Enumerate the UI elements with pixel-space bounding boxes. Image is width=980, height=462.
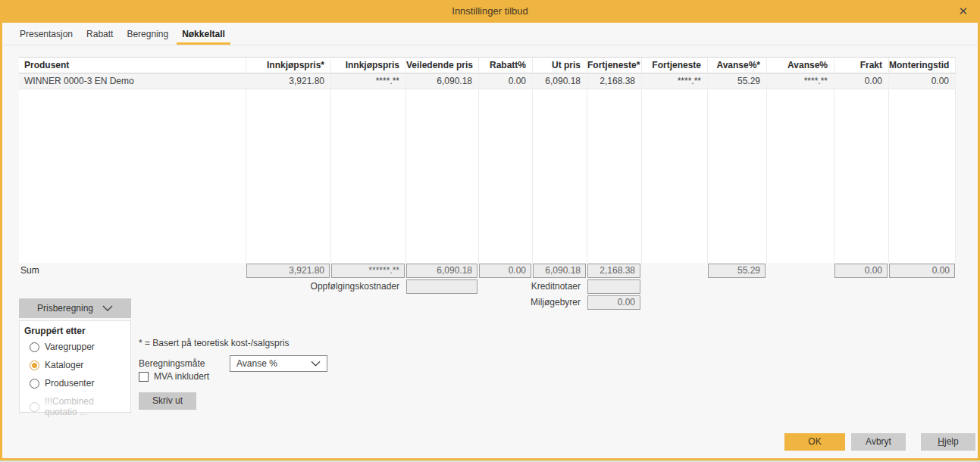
radio-disabled-icon (30, 402, 39, 412)
cell-avanse-star: 55.29 (707, 73, 766, 89)
cell-rabatt: 0.00 (478, 73, 532, 89)
beregningsmate-select[interactable]: Avanse % (230, 355, 327, 372)
gruppert-etter-panel: Gruppért etter Varegrupper Kataloger Pro… (19, 320, 131, 413)
sum-row: Sum 3,921.80 ******.** 6,090.18 0.00 6,0… (19, 263, 956, 279)
radio-label: Produsenter (45, 378, 94, 389)
table-row[interactable]: WINNER 0000-3 EN Demo 3,921.80 ****.** 6… (19, 73, 956, 89)
oppfolgingskostnader-field (406, 279, 477, 294)
radio-varegrupper[interactable]: Varegrupper (30, 342, 126, 352)
radio-selected-icon (30, 361, 39, 370)
mva-label: MVA inkludert (154, 371, 209, 382)
column-header-ut-pris: Ut pris (532, 57, 587, 73)
cell-innkjopspris-star: 3,921.80 (246, 73, 330, 89)
column-header-veiledende-pris: Veiledende pris (405, 57, 478, 73)
cell-fortjeneste-star: 2,168.38 (587, 73, 641, 89)
sum-ut-pris-field: 6,090.18 (533, 264, 586, 278)
checkbox-unchecked-icon (139, 372, 149, 382)
tab-beregning[interactable]: Beregning (121, 24, 174, 45)
mva-inkludert-checkbox[interactable]: MVA inkludert (139, 371, 209, 382)
column-header-produsent: Produsent (19, 57, 246, 73)
help-button-label: Hjelp (921, 433, 975, 451)
tab-presentasjon[interactable]: Presentasjon (14, 24, 78, 45)
cell-monteringstid: 0.00 (888, 73, 956, 89)
column-header-avanse-star: Avanse%* (707, 57, 766, 73)
radio-produsenter[interactable]: Produsenter (30, 378, 126, 389)
sum-innkjopspris-field: ******.** (331, 264, 405, 278)
cell-veiledende-pris: 6,090.18 (405, 73, 478, 89)
radio-label: Varegrupper (45, 342, 95, 352)
sum-fortjeneste-star-field: 2,168.38 (587, 264, 640, 278)
close-icon[interactable]: ✕ (958, 5, 968, 18)
theoretical-price-note: * = Basert på teoretisk kost-/salgspris (139, 338, 289, 348)
cell-produsent: WINNER 0000-3 EN Demo (19, 73, 246, 89)
screen: Innstillinger tilbud ✕ Presentasjon Raba… (0, 0, 980, 462)
dialog-innstillinger-tilbud: Innstillinger tilbud ✕ Presentasjon Raba… (0, 0, 980, 460)
miljogebyrer-field: 0.00 (587, 295, 640, 310)
cell-avanse: ****.** (766, 73, 834, 89)
column-header-monteringstid: Monteringstid (888, 57, 956, 73)
beregningsmate-value: Avanse % (236, 358, 277, 369)
oppfolgingskostnader-label: Oppfølgingskostnader (246, 279, 405, 295)
tab-nokkeltall[interactable]: Nøkkeltall (177, 24, 230, 45)
tab-bar: Presentasjon Rabatt Beregning Nøkkeltall (2, 23, 978, 45)
sum-innkjopspris-star-field: 3,921.80 (246, 264, 330, 278)
cell-fortjeneste: ****.** (641, 73, 707, 89)
tab-rabatt[interactable]: Rabatt (81, 24, 118, 45)
cancel-button[interactable]: Avbryt (851, 433, 906, 451)
sum-veiledende-pris-field: 6,090.18 (406, 264, 477, 278)
kreditnotaer-label: Kreditnotaer (478, 279, 587, 295)
chevron-down-icon (102, 303, 113, 314)
radio-combined-quotation: !!!Combined quotatio ... (30, 396, 126, 417)
column-header-fortjeneste-star: Fortjeneste* (587, 57, 641, 73)
radio-kataloger[interactable]: Kataloger (30, 360, 126, 370)
table-empty-area (19, 89, 956, 263)
skriv-ut-button[interactable]: Skriv ut (139, 392, 196, 410)
sum-monteringstid-field: 0.00 (889, 264, 955, 278)
radio-label: Kataloger (45, 360, 83, 370)
cell-frakt: 0.00 (834, 73, 888, 89)
sum-label: Sum (19, 263, 246, 279)
prisberegning-label: Prisberegning (37, 303, 93, 314)
radio-icon (30, 379, 39, 389)
dialog-title: Innstillinger tilbud (2, 5, 978, 17)
radio-icon (30, 342, 39, 352)
column-header-innkjopspris-star: Innkjøpspris* (246, 57, 330, 73)
sum-rabatt-field: 0.00 (479, 264, 531, 278)
ok-button[interactable]: OK (784, 433, 845, 451)
miljogebyrer-label: Miljøgebyrer (478, 295, 587, 311)
column-header-frakt: Frakt (834, 57, 888, 73)
sum-frakt-field: 0.00 (834, 264, 888, 278)
column-header-innkjopspris: Innkjøpspris (330, 57, 405, 73)
title-bar: Innstillinger tilbud ✕ (2, 0, 978, 23)
key-figures-table: Produsent Innkjøpspris* Innkjøpspris Vei… (19, 57, 956, 311)
chevron-down-icon (311, 358, 321, 369)
cell-innkjopspris: ****.** (330, 73, 405, 89)
table-header-row: Produsent Innkjøpspris* Innkjøpspris Vei… (19, 57, 956, 73)
kreditnotaer-field (587, 279, 640, 294)
cell-ut-pris: 6,090.18 (532, 73, 587, 89)
column-header-rabatt: Rabatt% (478, 57, 532, 73)
help-button[interactable]: Hjelp (921, 433, 975, 451)
beregningsmate-label: Beregningsmåte (139, 358, 205, 369)
column-header-fortjeneste: Fortjeneste (641, 57, 707, 73)
radio-label: !!!Combined quotatio ... (45, 396, 126, 417)
column-header-avanse: Avanse% (766, 57, 834, 73)
adjustment-row-2: Miljøgebyrer 0.00 (19, 295, 956, 311)
gruppert-etter-title: Gruppért etter (24, 326, 126, 336)
adjustment-row-1: Oppfølgingskostnader Kreditnotaer (19, 279, 956, 295)
sum-avanse-star-field: 55.29 (708, 264, 766, 278)
prisberegning-expander[interactable]: Prisberegning (19, 298, 131, 318)
